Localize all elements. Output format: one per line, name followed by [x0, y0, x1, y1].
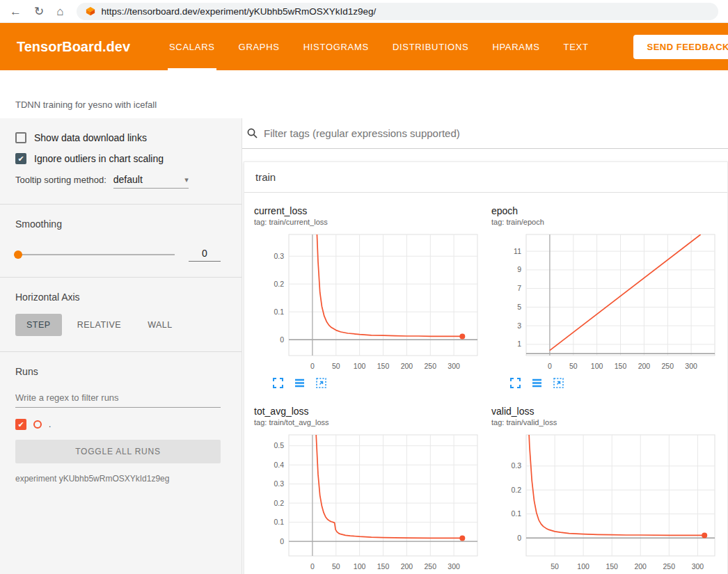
run-row: .	[15, 419, 221, 430]
ignore-outliers-label: Ignore outliers in chart scaling	[34, 153, 164, 164]
main-area: train current_loss tag: train/current_lo…	[242, 118, 728, 574]
home-icon[interactable]: ⌂	[56, 6, 63, 17]
train-section-card: train current_loss tag: train/current_lo…	[244, 161, 728, 574]
nav-tabs: SCALARS GRAPHS HISTOGRAMS DISTRIBUTIONS …	[168, 23, 590, 70]
content: Show data download links Ignore outliers…	[0, 118, 728, 574]
svg-text:300: 300	[448, 362, 460, 370]
svg-text:200: 200	[634, 562, 647, 571]
chart-plot: 0501001502002503001357911	[491, 230, 724, 374]
svg-text:100: 100	[577, 562, 589, 571]
address-bar[interactable]: https://tensorboard.dev/experiment/yKUbh…	[77, 3, 718, 20]
svg-text:150: 150	[615, 362, 627, 370]
experiment-note: experiment yKUbhb5wRmOSXYkId1z9eg	[15, 474, 221, 484]
svg-text:0.3: 0.3	[274, 479, 284, 488]
axis-wall-button[interactable]: WALL	[136, 314, 184, 336]
chart-card: valid_loss tag: train/valid_loss 5010015…	[491, 396, 725, 574]
chart-card: epoch tag: train/epoch 05010015020025030…	[491, 196, 725, 389]
send-feedback-button[interactable]: SEND FEEDBACK	[633, 35, 728, 59]
tab-scalars[interactable]: SCALARS	[168, 23, 216, 70]
svg-text:100: 100	[591, 362, 603, 370]
chart-plot: 05010015020025030000.10.20.30.40.5	[254, 431, 486, 574]
chart-tag: tag: train/tot_avg_loss	[254, 418, 487, 426]
run-checkbox[interactable]	[15, 419, 26, 430]
smoothing-slider[interactable]	[15, 254, 175, 255]
chart-toolbar	[509, 377, 725, 389]
tab-distributions[interactable]: DISTRIBUTIONS	[391, 23, 470, 70]
toggle-runs-list-icon[interactable]	[531, 377, 543, 389]
chart-plot: 5010015020025030000.10.20.3	[491, 431, 724, 574]
svg-text:300: 300	[685, 362, 697, 370]
run-color-swatch	[33, 420, 42, 429]
chart-tag: tag: train/epoch	[491, 218, 725, 226]
svg-text:150: 150	[377, 362, 390, 370]
expand-chart-icon[interactable]	[272, 377, 284, 389]
svg-text:50: 50	[569, 362, 578, 370]
axis-relative-button[interactable]: RELATIVE	[66, 314, 133, 336]
svg-text:200: 200	[401, 562, 413, 571]
chart-card: current_loss tag: train/current_loss 050…	[254, 196, 487, 389]
fit-domain-icon[interactable]	[553, 377, 564, 389]
tooltip-sorting-label: Tooltip sorting method:	[15, 175, 106, 185]
general-settings-section: Show data download links Ignore outliers…	[0, 118, 242, 204]
horizontal-axis-label: Horizontal Axis	[15, 292, 221, 303]
tooltip-sorting-value: default	[113, 174, 143, 185]
svg-text:0.3: 0.3	[511, 461, 521, 470]
svg-text:9: 9	[517, 265, 521, 273]
filter-tags-input[interactable]	[264, 127, 728, 139]
svg-text:0: 0	[548, 362, 552, 370]
svg-text:0: 0	[310, 362, 315, 370]
tooltip-sorting-dropdown[interactable]: default ▾	[113, 174, 189, 189]
tab-text[interactable]: TEXT	[562, 23, 590, 70]
chart-plot: 05010015020025030000.10.20.3	[254, 230, 486, 374]
tab-graphs[interactable]: GRAPHS	[237, 23, 281, 70]
svg-text:3: 3	[517, 321, 521, 330]
toggle-all-runs-button[interactable]: TOGGLE ALL RUNS	[15, 440, 221, 463]
svg-text:100: 100	[354, 562, 366, 571]
search-icon	[246, 127, 258, 139]
smoothing-value-field[interactable]: 0	[189, 248, 221, 262]
svg-text:0: 0	[280, 537, 284, 545]
charts-grid: current_loss tag: train/current_loss 050…	[244, 193, 727, 574]
chart-tag: tag: train/current_loss	[254, 218, 487, 226]
tensorboard-favicon	[86, 6, 95, 16]
tab-histograms[interactable]: HISTOGRAMS	[302, 23, 370, 70]
svg-text:50: 50	[332, 362, 340, 370]
svg-text:0: 0	[517, 534, 521, 542]
svg-text:250: 250	[663, 562, 676, 571]
runs-label: Runs	[15, 366, 221, 377]
axis-step-button[interactable]: STEP	[15, 314, 62, 336]
experiment-title-band: TDNN training for yesno with icefall	[0, 70, 728, 118]
fit-domain-icon[interactable]	[315, 377, 327, 389]
smoothing-section: Smoothing 0	[0, 205, 242, 277]
runs-filter-input[interactable]	[15, 388, 221, 408]
svg-text:0.5: 0.5	[274, 441, 284, 449]
chart-title: epoch	[491, 205, 725, 216]
smoothing-slider-thumb[interactable]	[14, 250, 22, 259]
chart-title: tot_avg_loss	[254, 406, 487, 417]
tab-hparams[interactable]: HPARAMS	[491, 23, 541, 70]
svg-text:7: 7	[517, 284, 521, 292]
svg-text:0: 0	[310, 562, 315, 571]
train-section-header[interactable]: train	[244, 162, 727, 193]
tensorboard-logo: TensorBoard.dev	[17, 39, 130, 55]
toggle-runs-list-icon[interactable]	[294, 377, 306, 389]
expand-chart-icon[interactable]	[509, 377, 521, 389]
chart-toolbar	[272, 377, 487, 389]
svg-text:0.1: 0.1	[511, 509, 521, 518]
svg-text:250: 250	[662, 362, 674, 370]
chart-card: tot_avg_loss tag: train/tot_avg_loss 050…	[254, 396, 487, 574]
svg-text:5: 5	[517, 303, 521, 311]
show-download-links-checkbox[interactable]	[15, 132, 26, 143]
ignore-outliers-checkbox[interactable]	[15, 153, 26, 164]
sidebar: Show data download links Ignore outliers…	[0, 118, 242, 574]
svg-text:300: 300	[448, 562, 460, 571]
svg-text:0: 0	[280, 335, 284, 344]
back-icon[interactable]: ←	[10, 6, 22, 17]
svg-text:0.4: 0.4	[274, 461, 284, 469]
reload-icon[interactable]: ↻	[34, 6, 44, 17]
url-text: https://tensorboard.dev/experiment/yKUbh…	[102, 6, 377, 17]
run-name: .	[49, 420, 51, 429]
filter-tags-row	[242, 118, 728, 149]
browser-bar: ← ↻ ⌂ https://tensorboard.dev/experiment…	[0, 0, 728, 23]
svg-text:1: 1	[517, 340, 521, 348]
